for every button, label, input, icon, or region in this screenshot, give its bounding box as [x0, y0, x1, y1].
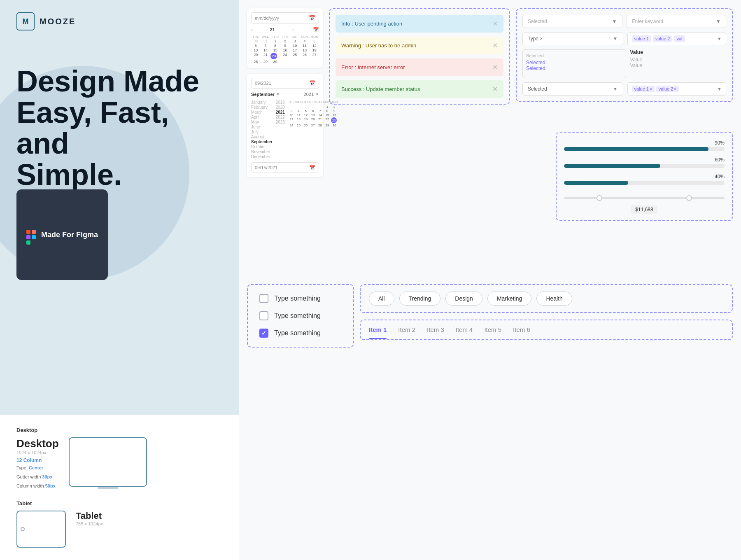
range-thumb-right[interactable] [686, 195, 692, 201]
tag-close-icon[interactable]: × [674, 87, 676, 91]
month-item[interactable]: February [251, 105, 273, 110]
cal-day[interactable]: 26 [303, 124, 309, 127]
cal-day[interactable]: 9 [280, 44, 290, 48]
tag-value2[interactable]: value 2 [653, 35, 672, 42]
cal-day[interactable]: 20 [310, 117, 316, 123]
cal-day[interactable]: 16 [331, 113, 338, 117]
cal-day[interactable]: 3 [290, 39, 300, 43]
selected-item[interactable]: Selected [526, 60, 622, 65]
cal-day[interactable]: 24 [280, 53, 290, 59]
filter-tab-marketing[interactable]: Marketing [487, 292, 531, 306]
cal-day[interactable]: 10 [290, 44, 300, 48]
month-item[interactable]: July [251, 130, 273, 134]
cal-day[interactable]: 17 [288, 117, 295, 123]
cal2-date-input-bottom[interactable]: 09/15/2021 📅 [251, 162, 319, 173]
tag-val[interactable]: val [674, 35, 685, 42]
alert-info-close[interactable]: ✕ [492, 20, 498, 28]
type-dropdown[interactable]: Type × ▼ [522, 32, 623, 45]
filter-tab-design[interactable]: Design [445, 292, 482, 306]
year-item-active[interactable]: 2021 [276, 110, 285, 114]
cal-day[interactable]: 2 [280, 39, 290, 43]
year-item[interactable]: 2020 [276, 105, 285, 110]
checkbox-box-checked[interactable]: ✓ [259, 329, 268, 338]
bottom-tag-1[interactable]: value 1 × [632, 86, 655, 92]
range-thumb-left[interactable] [597, 195, 602, 201]
cal-day[interactable]: 25 [295, 124, 302, 127]
cal-day[interactable]: 18 [300, 48, 310, 52]
cal-day-today[interactable]: 23 [270, 53, 277, 59]
cal-day[interactable] [310, 105, 316, 109]
alert-warning-close[interactable]: ✕ [492, 42, 498, 49]
cal-day[interactable]: 30 [251, 39, 261, 43]
checkbox-box-unchecked-2[interactable] [259, 311, 268, 320]
select-single-1[interactable]: Selected ▼ [522, 15, 622, 28]
cal-day[interactable]: 8 [324, 109, 331, 113]
cal-day[interactable]: 27 [310, 53, 319, 59]
calendar2-icon[interactable]: 📅 [313, 27, 319, 33]
month-item[interactable]: June [251, 125, 273, 129]
month-item[interactable]: May [251, 120, 273, 124]
checkbox-item-3[interactable]: ✓ Type something [259, 329, 342, 338]
item-tab-4[interactable]: Item 4 [456, 320, 473, 339]
bottom-select[interactable]: Selected ▼ [522, 82, 623, 96]
month-item[interactable]: October [251, 145, 273, 149]
cal-input-row[interactable]: mm/dd/yyyy 📅 [251, 12, 319, 23]
cal-day[interactable]: 3 [288, 109, 295, 113]
checkbox-item-2[interactable]: Type something [259, 311, 342, 320]
figma-button[interactable]: Made For Figma [16, 189, 108, 280]
cal-day[interactable] [288, 105, 295, 109]
cal-day[interactable]: 29 [261, 60, 270, 64]
filter-tab-trending[interactable]: Trending [399, 292, 441, 306]
cal-day[interactable]: 19 [303, 117, 309, 123]
cal-day[interactable]: 6 [251, 44, 261, 48]
month-item[interactable]: March [251, 110, 273, 114]
calendar3-icon[interactable]: 📅 [309, 80, 315, 86]
cal-day[interactable]: 12 [310, 44, 319, 48]
filter-tab-all[interactable]: All [369, 292, 394, 306]
cal-day[interactable] [295, 105, 302, 109]
cal-day[interactable]: 21 [261, 53, 270, 59]
cal-day[interactable]: 11 [295, 113, 302, 117]
cal-day[interactable]: 10 [288, 113, 295, 117]
cal-day[interactable]: 5 [310, 39, 319, 43]
cal-day[interactable]: 2 [331, 105, 338, 109]
select-single-2[interactable]: Enter keyword ▼ [627, 15, 727, 28]
alert-error-close[interactable]: ✕ [492, 63, 498, 71]
cal-day[interactable]: 24 [288, 124, 295, 127]
cal-day[interactable]: 14 [317, 113, 323, 117]
cal-day[interactable]: 22 [324, 117, 331, 123]
cal-day[interactable]: 30 [270, 60, 280, 64]
cal-day[interactable]: 8 [270, 44, 280, 48]
calendar-icon[interactable]: 📅 [309, 15, 315, 21]
cal2-today[interactable]: 23 [331, 117, 337, 123]
cal-day[interactable]: 4 [300, 39, 310, 43]
cal-day[interactable]: 30 [331, 124, 338, 127]
item-tab-3[interactable]: Item 3 [427, 320, 444, 339]
cal-day[interactable] [317, 105, 323, 109]
month-item[interactable]: August [251, 135, 273, 139]
alert-success-close[interactable]: ✕ [492, 85, 498, 93]
cal-day[interactable]: 11 [300, 44, 310, 48]
cal-day[interactable]: 13 [310, 113, 316, 117]
checkbox-box-unchecked[interactable] [259, 294, 268, 303]
cal-day[interactable]: 20 [251, 53, 261, 59]
year-item[interactable]: 2023 [276, 120, 285, 124]
cal-day[interactable]: 5 [303, 109, 309, 113]
cal-day[interactable]: 27 [310, 124, 316, 127]
cal-day[interactable]: 12 [303, 113, 309, 117]
tag-close-icon[interactable]: × [650, 87, 652, 91]
cal-day[interactable]: 19 [310, 48, 319, 52]
cal-day[interactable]: 29 [324, 124, 331, 127]
cal-day[interactable]: 15 [324, 113, 331, 117]
cal-day[interactable]: 7 [261, 44, 270, 48]
item-tab-1[interactable]: Item 1 [369, 320, 387, 339]
cal-day[interactable]: 26 [300, 53, 310, 59]
year-item[interactable]: 2019 [276, 100, 285, 105]
item-tab-5[interactable]: Item 5 [484, 320, 501, 339]
cal-day[interactable]: 6 [310, 109, 316, 113]
month-selector[interactable]: September ▼ [251, 92, 280, 97]
month-item[interactable]: December [251, 154, 273, 159]
item-tab-6[interactable]: Item 6 [513, 320, 530, 339]
cal-day[interactable] [303, 105, 309, 109]
cal-day[interactable]: 7 [317, 109, 323, 113]
